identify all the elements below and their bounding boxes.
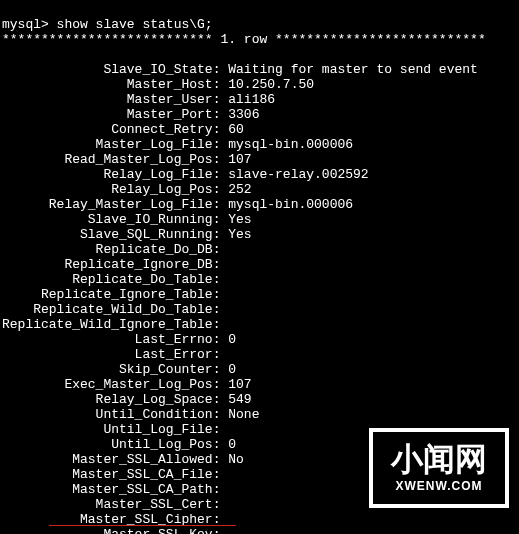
field-separator: : (213, 467, 229, 482)
field-separator: : (213, 362, 229, 377)
field-label: Until_Log_Pos (2, 437, 213, 452)
status-row: Relay_Log_Space: 549 (2, 392, 517, 407)
field-label: Read_Master_Log_Pos (2, 152, 213, 167)
field-separator: : (213, 332, 229, 347)
field-separator: : (213, 122, 229, 137)
field-separator: : (213, 422, 229, 437)
field-value: Waiting for master to send event (228, 62, 478, 77)
mysql-prompt-line: mysql> show slave status\G; (2, 17, 213, 32)
field-label: Replicate_Do_DB (2, 242, 213, 257)
status-row: Last_Error: (2, 347, 517, 362)
watermark-text-big: 小闻网 (391, 443, 487, 475)
field-label: Connect_Retry (2, 122, 213, 137)
field-separator: : (213, 227, 229, 242)
field-value: 0 (228, 332, 236, 347)
field-separator: : (213, 482, 229, 497)
status-row: Last_Errno: 0 (2, 332, 517, 347)
field-separator: : (213, 437, 229, 452)
status-row: Connect_Retry: 60 (2, 122, 517, 137)
field-separator: : (213, 407, 229, 422)
field-label: Replicate_Wild_Ignore_Table (2, 317, 213, 332)
status-row: Master_Port: 3306 (2, 107, 517, 122)
status-row: Relay_Log_File: slave-relay.002592 (2, 167, 517, 182)
field-label: Replicate_Ignore_DB (2, 257, 213, 272)
field-label: Slave_IO_Running (2, 212, 213, 227)
field-separator: : (213, 137, 229, 152)
status-row: Master_SSL_Key: (2, 527, 517, 534)
status-row: Relay_Log_Pos: 252 (2, 182, 517, 197)
field-separator: : (213, 392, 229, 407)
field-label: Slave_IO_State (2, 62, 213, 77)
field-value: mysql-bin.000006 (228, 197, 353, 212)
status-row: Slave_SQL_Running: Yes (2, 227, 517, 242)
status-row: Replicate_Wild_Ignore_Table: (2, 317, 517, 332)
field-value: ali186 (228, 92, 275, 107)
field-label: Master_SSL_Key (2, 527, 213, 534)
field-label: Replicate_Wild_Do_Table (2, 302, 213, 317)
field-value: 252 (228, 182, 251, 197)
watermark-badge: 小闻网 XWENW.COM (369, 428, 509, 508)
field-value: 549 (228, 392, 251, 407)
field-separator: : (213, 497, 229, 512)
field-label: Master_Log_File (2, 137, 213, 152)
status-row: Master_Log_File: mysql-bin.000006 (2, 137, 517, 152)
field-label: Replicate_Ignore_Table (2, 287, 213, 302)
field-label: Replicate_Do_Table (2, 272, 213, 287)
highlight-underline (49, 525, 236, 526)
status-row: Replicate_Do_Table: (2, 272, 517, 287)
field-separator: : (213, 527, 229, 534)
field-value: None (228, 407, 259, 422)
field-value: 0 (228, 437, 236, 452)
field-label: Master_SSL_Allowed (2, 452, 213, 467)
field-separator: : (213, 287, 229, 302)
field-separator: : (213, 182, 229, 197)
field-separator: : (213, 257, 229, 272)
field-separator: : (213, 242, 229, 257)
field-value: 0 (228, 362, 236, 377)
field-label: Last_Error (2, 347, 213, 362)
field-label: Master_SSL_CA_File (2, 467, 213, 482)
field-separator: : (213, 152, 229, 167)
field-label: Relay_Log_File (2, 167, 213, 182)
status-row: Replicate_Ignore_DB: (2, 257, 517, 272)
status-row: Replicate_Wild_Do_Table: (2, 302, 517, 317)
status-row: Exec_Master_Log_Pos: 107 (2, 377, 517, 392)
field-separator: : (213, 62, 229, 77)
field-label: Master_Host (2, 77, 213, 92)
field-separator: : (213, 197, 229, 212)
field-label: Master_Port (2, 107, 213, 122)
field-label: Master_SSL_CA_Path (2, 482, 213, 497)
field-separator: : (213, 107, 229, 122)
field-label: Master_User (2, 92, 213, 107)
field-separator: : (213, 302, 229, 317)
field-label: Master_SSL_Cert (2, 497, 213, 512)
field-label: Skip_Counter (2, 362, 213, 377)
status-row: Replicate_Do_DB: (2, 242, 517, 257)
row-header: *************************** 1. row *****… (2, 32, 517, 47)
status-row: Read_Master_Log_Pos: 107 (2, 152, 517, 167)
field-value: mysql-bin.000006 (228, 137, 353, 152)
field-separator: : (213, 167, 229, 182)
field-label: Until_Condition (2, 407, 213, 422)
field-label: Last_Errno (2, 332, 213, 347)
field-label: Slave_SQL_Running (2, 227, 213, 242)
field-label: Relay_Log_Pos (2, 182, 213, 197)
field-separator: : (213, 272, 229, 287)
status-row: Skip_Counter: 0 (2, 362, 517, 377)
field-value: 107 (228, 377, 251, 392)
status-row: Master_Host: 10.250.7.50 (2, 77, 517, 92)
field-value: No (228, 452, 244, 467)
field-separator: : (213, 92, 229, 107)
status-row: Replicate_Ignore_Table: (2, 287, 517, 302)
field-separator: : (213, 377, 229, 392)
status-row: Relay_Master_Log_File: mysql-bin.000006 (2, 197, 517, 212)
field-value: 60 (228, 122, 244, 137)
field-separator: : (213, 77, 229, 92)
field-label: Until_Log_File (2, 422, 213, 437)
field-value: 3306 (228, 107, 259, 122)
field-value: Yes (228, 227, 251, 242)
field-value: 10.250.7.50 (228, 77, 314, 92)
status-row: Slave_IO_State: Waiting for master to se… (2, 62, 517, 77)
watermark-text-small: XWENW.COM (396, 479, 483, 494)
status-row: Until_Condition: None (2, 407, 517, 422)
